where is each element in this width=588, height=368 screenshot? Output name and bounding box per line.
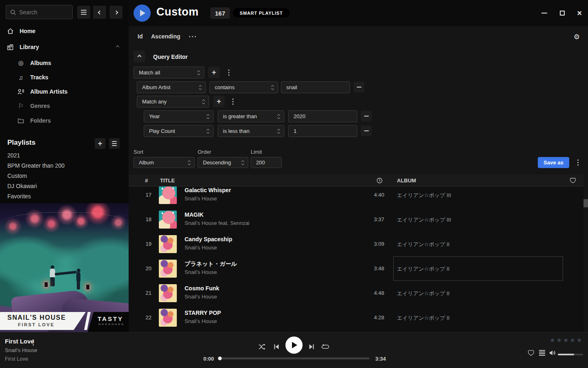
group-menu-button[interactable] — [223, 67, 234, 78]
sidebar-item-albums[interactable]: ◎ Albums — [0, 57, 129, 69]
maximize-button[interactable] — [558, 9, 567, 17]
volume-button[interactable] — [548, 348, 558, 358]
volume-fill — [558, 354, 574, 355]
kebab-icon — [33, 339, 34, 346]
search-input[interactable] — [19, 9, 68, 16]
track-count-badge: 167 — [210, 7, 230, 19]
sidebar-item-album-artists[interactable]: Album Artists — [0, 85, 129, 98]
play-icon — [140, 10, 145, 16]
close-button[interactable]: × — [575, 9, 584, 17]
minimize-button[interactable] — [540, 9, 549, 17]
rule2-remove-button[interactable] — [361, 111, 372, 121]
track-row[interactable]: 19 Candy Spaceship Snail’s House 3:09 エイ… — [129, 232, 584, 256]
track-thumbnail — [159, 211, 177, 229]
now-playing-menu-button[interactable] — [33, 339, 34, 346]
play-pause-button[interactable] — [285, 337, 303, 354]
select-arrows-icon — [207, 129, 209, 133]
gear-icon[interactable]: ⚙ — [574, 33, 580, 41]
sort-direction-button[interactable]: Ascending — [151, 33, 180, 40]
sidebar-item-library[interactable]: Library — [0, 41, 129, 53]
chevron-up-icon — [137, 54, 141, 58]
limit-input[interactable] — [251, 157, 282, 168]
folder-icon — [17, 118, 24, 123]
repeat-button[interactable] — [320, 341, 331, 352]
subgroup-menu-button[interactable] — [227, 96, 238, 107]
column-number[interactable]: # — [145, 177, 148, 184]
rule3-field-select[interactable]: Play Count — [144, 125, 214, 137]
now-playing-album-art[interactable]: SNAIL'S HOUSE FIRST LOVE TASTY — [0, 203, 129, 332]
order-select[interactable]: Descending — [198, 157, 248, 168]
sidebar-item-label: Albums — [30, 60, 51, 66]
volume-slider[interactable] — [558, 354, 583, 355]
play-playlist-button[interactable] — [134, 4, 151, 22]
rule3-value-input[interactable] — [288, 125, 357, 137]
menu-button[interactable] — [77, 6, 90, 19]
shuffle-button[interactable] — [257, 341, 267, 352]
column-album[interactable]: ALBUM — [397, 177, 416, 184]
favorite-column-icon[interactable] — [570, 177, 576, 184]
back-button[interactable] — [93, 6, 106, 19]
select-arrows-icon — [199, 85, 201, 90]
focused-album-cell[interactable] — [393, 256, 563, 281]
save-menu-button[interactable] — [572, 157, 583, 168]
track-thumbnail — [159, 186, 177, 204]
sidebar-item-folders[interactable]: Folders — [0, 114, 129, 127]
match-any-select[interactable]: Match any — [137, 96, 209, 108]
track-thumbnail — [159, 309, 177, 327]
scrollbar-thumb[interactable] — [584, 199, 588, 207]
previous-button[interactable] — [271, 341, 282, 352]
favorite-button[interactable] — [526, 348, 536, 358]
playlist-item[interactable]: Custom — [7, 173, 114, 182]
playlist-item[interactable]: 2021 — [7, 152, 114, 161]
duration-column-icon[interactable] — [376, 177, 383, 184]
flag-icon: ⚐ — [17, 102, 24, 110]
track-row[interactable]: 17 Galactic Whisper Snail’s House 4:40 エ… — [129, 186, 584, 207]
next-button[interactable] — [306, 341, 317, 352]
select-arrows-icon — [278, 114, 280, 119]
forward-button[interactable] — [109, 6, 122, 19]
sidebar-item-home[interactable]: Home — [0, 25, 129, 37]
rule2-value-input[interactable] — [288, 110, 357, 122]
playlist-item[interactable]: BPM Greater than 200 — [7, 162, 114, 171]
search-box[interactable] — [6, 5, 73, 19]
sidebar-item-tracks[interactable]: ♫ Tracks — [0, 71, 129, 83]
add-rule-button[interactable]: + — [208, 67, 220, 78]
select-arrows-icon — [203, 100, 205, 104]
sidebar-item-genres[interactable]: ⚐ Genres — [0, 100, 129, 112]
seek-handle[interactable] — [218, 357, 222, 360]
minus-icon — [364, 130, 369, 131]
kebab-icon — [228, 70, 229, 76]
save-as-button[interactable]: Save as — [538, 157, 569, 168]
rule1-operator-select[interactable]: contains — [209, 81, 278, 93]
add-subrule-button[interactable]: + — [213, 96, 225, 107]
rule2-field-select[interactable]: Year — [144, 110, 214, 122]
seek-bar[interactable] — [218, 357, 370, 359]
rule1-value-input[interactable] — [281, 81, 350, 93]
toolbar-more-button[interactable] — [189, 36, 196, 37]
add-playlist-button[interactable]: + — [95, 138, 105, 149]
query-editor-collapse-button[interactable] — [134, 51, 145, 62]
rule1-remove-button[interactable] — [354, 82, 364, 92]
playlist-view-button[interactable] — [109, 138, 120, 149]
rule3-remove-button[interactable] — [361, 126, 372, 136]
total-time: 3:34 — [375, 356, 386, 362]
sort-select[interactable]: Album — [134, 157, 195, 168]
rating-stars[interactable]: ★★★★★ — [550, 337, 583, 344]
collapse-icon[interactable] — [116, 45, 119, 49]
rule3-operator-select[interactable]: is less than — [218, 125, 284, 137]
rule2-operator-select[interactable]: is greater than — [218, 110, 284, 122]
sort-field-button[interactable]: Id — [138, 33, 143, 40]
track-thumbnail — [159, 284, 177, 302]
smart-playlist-badge: SMART PLAYLIST — [233, 8, 290, 18]
playlist-item[interactable]: DJ Okawari — [7, 183, 114, 192]
column-title[interactable]: TITLE — [160, 177, 175, 184]
track-row[interactable]: 22 STARRY POP Snail’s House 4:28 エイリアン☆ポ… — [129, 305, 584, 330]
queue-button[interactable] — [537, 348, 547, 358]
playlist-item[interactable]: Favorites — [7, 193, 114, 202]
track-row[interactable]: 18 MAGIK Snail’s House feat. Sennzai 3:3… — [129, 207, 584, 232]
match-all-select[interactable]: Match all — [134, 67, 204, 79]
rule1-field-select[interactable]: Album Artist — [137, 81, 206, 93]
track-row[interactable]: 21 Cosmo Funk Snail’s House 4:48 エイリアン☆ポ… — [129, 281, 584, 305]
repeat-icon — [321, 343, 330, 350]
sidebar: Home Library ◎ Albums ♫ Tracks Album Art… — [0, 0, 129, 332]
